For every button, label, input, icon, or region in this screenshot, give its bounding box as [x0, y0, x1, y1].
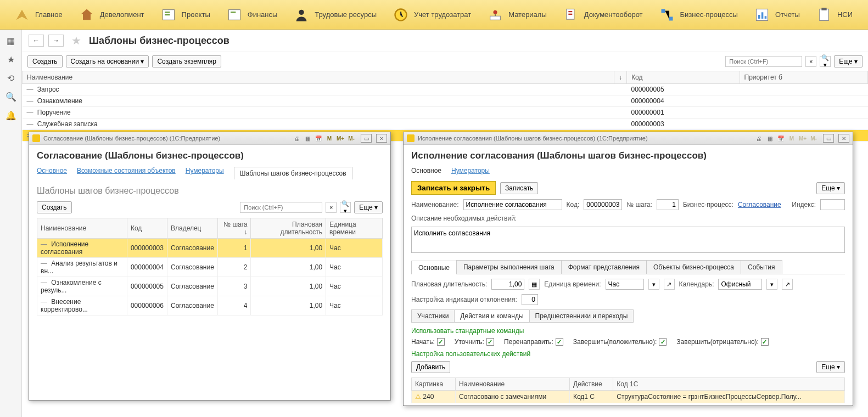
clipboard-icon — [815, 6, 833, 24]
nav-materials[interactable]: Материалы — [479, 0, 555, 29]
nav-timesheet[interactable]: Учет трудозатрат — [384, 0, 479, 29]
person-icon — [293, 6, 310, 24]
nav-docflow[interactable]: Документооборот — [555, 0, 651, 29]
svg-rect-14 — [761, 12, 764, 19]
svg-rect-2 — [165, 14, 170, 15]
svg-rect-15 — [765, 16, 767, 19]
chart-icon — [753, 6, 771, 24]
nav-nsi[interactable]: НСИ — [808, 0, 860, 29]
svg-rect-17 — [821, 8, 826, 10]
svg-rect-13 — [758, 15, 760, 19]
svg-rect-3 — [228, 9, 240, 20]
nav-bp[interactable]: Бизнес-процессы — [651, 0, 746, 29]
svg-rect-10 — [661, 9, 665, 13]
svg-rect-11 — [669, 16, 673, 20]
pin-icon — [486, 6, 504, 24]
top-toolbar: Главное Девелопмент Проекты Финансы Труд… — [0, 0, 868, 30]
svg-rect-1 — [165, 12, 170, 13]
nav-reports[interactable]: Отчеты — [746, 0, 808, 29]
svg-rect-7 — [490, 16, 501, 20]
nav-development[interactable]: Девелопмент — [70, 0, 152, 29]
home-icon — [13, 6, 31, 24]
svg-rect-16 — [820, 9, 828, 20]
nav-labor[interactable]: Трудовые ресурсы — [285, 0, 384, 29]
list-icon — [160, 6, 177, 24]
documents-icon — [562, 6, 580, 24]
svg-point-5 — [299, 9, 304, 14]
nav-main[interactable]: Главное — [5, 0, 70, 29]
nav-projects[interactable]: Проекты — [152, 0, 218, 29]
house-icon — [78, 6, 96, 24]
finance-icon — [226, 6, 243, 24]
nav-finance[interactable]: Финансы — [218, 0, 285, 29]
clock-icon — [392, 6, 410, 24]
workflow-icon — [658, 6, 676, 24]
svg-point-8 — [494, 10, 497, 14]
svg-rect-4 — [231, 12, 236, 13]
